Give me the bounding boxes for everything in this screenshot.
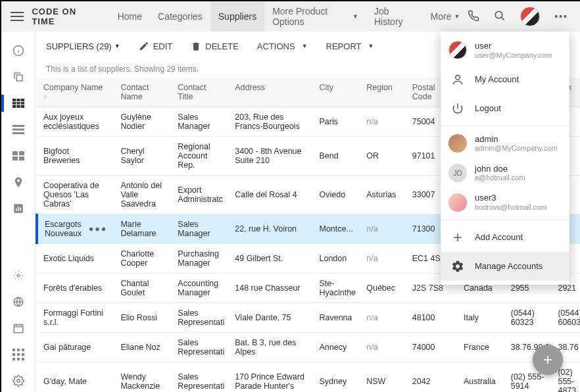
- svg-point-28: [456, 75, 460, 80]
- cell: Bigfoot Breweries: [37, 137, 114, 176]
- plus-icon: [448, 228, 467, 247]
- cell: Bend: [312, 137, 360, 176]
- cell: 48100: [406, 303, 457, 333]
- cell: OR: [360, 137, 406, 176]
- cell: Accounting Manager: [171, 274, 228, 303]
- col-city[interactable]: City: [312, 78, 360, 107]
- avatar-icon: [448, 134, 467, 153]
- cell: Paris: [312, 107, 360, 137]
- cell: Sales Manager: [171, 214, 228, 244]
- svg-rect-26: [22, 358, 24, 360]
- sidebar-info-icon[interactable]: [5, 39, 32, 62]
- user-menu-account-admin[interactable]: adminadmin@MyCompany.com: [441, 129, 569, 159]
- user-menu-add[interactable]: Add Account: [441, 223, 569, 252]
- cell: Ravenna: [312, 303, 360, 333]
- cell: Ste-Hyacinthe: [312, 274, 360, 303]
- svg-rect-6: [12, 132, 24, 134]
- cell: Cooperativa de Quesos 'Las Cabras': [37, 176, 114, 214]
- svg-rect-18: [12, 349, 15, 351]
- user-menu-current[interactable]: useruser@MyCompany.com: [441, 36, 569, 65]
- sidebar-location-icon[interactable]: [5, 171, 32, 193]
- cell: Sydney: [312, 362, 360, 393]
- sidebar-chart-icon[interactable]: [5, 197, 32, 220]
- search-icon[interactable]: [494, 10, 506, 24]
- svg-rect-17: [14, 325, 23, 333]
- cell: Asturias: [360, 176, 406, 214]
- person-icon: [448, 70, 467, 89]
- cell: (0544) 60603: [551, 303, 580, 333]
- cell: Antonio del Valle Saavedra: [114, 176, 171, 214]
- svg-point-27: [16, 380, 20, 383]
- svg-rect-5: [12, 129, 24, 131]
- cell: 3400 - 8th Avenue Suite 210: [228, 137, 312, 176]
- left-sidebar: [1, 32, 36, 392]
- cell: n/a: [360, 214, 406, 244]
- phone-icon[interactable]: [468, 10, 479, 24]
- cell: Italy: [457, 303, 504, 333]
- delete-button[interactable]: DELETE: [191, 41, 239, 51]
- topnav-more[interactable]: More▼: [422, 1, 468, 32]
- cell: G'day, Mate: [37, 362, 114, 393]
- table-row[interactable]: Gai pâturageEliane NozSales Representati…: [37, 333, 580, 362]
- svg-rect-10: [19, 157, 24, 160]
- cell: n/a: [360, 333, 406, 362]
- topnav-home[interactable]: Home: [110, 1, 150, 32]
- cell: Viale Dante, 75: [228, 303, 312, 333]
- cell: 22, rue H. Voiron: [228, 214, 312, 244]
- fab-add-button[interactable]: +: [533, 345, 563, 375]
- more-icon[interactable]: •••: [554, 11, 568, 22]
- svg-rect-21: [12, 353, 15, 356]
- sidebar-globe-icon[interactable]: [5, 291, 32, 313]
- sidebar-apps-icon[interactable]: [5, 343, 32, 366]
- user-menu-manage[interactable]: Manage Accounts: [441, 252, 569, 281]
- cell: 74000: [406, 333, 457, 362]
- actions-button[interactable]: ACTIONS▼: [257, 41, 308, 51]
- user-menu-logout[interactable]: Logout: [441, 94, 569, 123]
- avatar-icon: [448, 41, 467, 59]
- sidebar-copy-icon[interactable]: [5, 66, 32, 88]
- cell: Purchasing Manager: [171, 244, 228, 274]
- cell: Chantal Goulet: [114, 274, 171, 303]
- cell: n/a: [360, 303, 406, 333]
- menu-icon[interactable]: [7, 12, 28, 21]
- sidebar-cards-icon[interactable]: [5, 145, 32, 167]
- topnav-categories[interactable]: Categories: [150, 1, 210, 32]
- gear-icon: [448, 257, 467, 276]
- table-row[interactable]: Formaggi Fortini s.r.l.Elio RossiSales R…: [37, 303, 580, 333]
- sidebar-burst-icon[interactable]: [5, 264, 32, 287]
- sidebar-list-icon[interactable]: [5, 118, 32, 141]
- cell: Australia: [457, 362, 504, 393]
- cell: Elio Rossi: [114, 303, 171, 333]
- sidebar-grid-icon[interactable]: [5, 92, 32, 114]
- cell: Aux joyeux ecclésiastiques: [37, 107, 114, 137]
- cell: Sales Representati: [171, 362, 228, 393]
- col-address[interactable]: Address: [228, 78, 312, 107]
- topnav-suppliers[interactable]: Suppliers: [210, 1, 264, 32]
- cell: Bat. B 3, rue des Alpes: [228, 333, 312, 362]
- cell: 203, Rue des Francs-Bourgeois: [228, 107, 312, 137]
- topnav-job-history[interactable]: Job History: [366, 1, 422, 32]
- cell: Sales Representati: [171, 333, 228, 362]
- avatar[interactable]: [520, 7, 540, 26]
- user-menu-account-user3[interactable]: user3bodrovs@hotmail.com: [441, 187, 569, 217]
- col-contact-name[interactable]: Contact Name: [114, 78, 171, 107]
- cell: Montce...: [312, 214, 360, 244]
- cell: France: [457, 333, 504, 362]
- edit-button[interactable]: EDIT: [139, 41, 173, 51]
- user-menu-account[interactable]: My Account: [441, 65, 569, 94]
- report-button[interactable]: REPORT▼: [326, 41, 374, 51]
- col-contact-title[interactable]: Contact Title: [171, 78, 228, 107]
- sidebar-gear-icon[interactable]: [5, 370, 32, 392]
- cell: 170 Prince Edward Parade Hunter's: [228, 362, 312, 393]
- svg-point-0: [496, 11, 503, 18]
- table-row[interactable]: G'day, MateWendy MackenzieSales Represen…: [37, 362, 580, 393]
- col-region[interactable]: Region: [360, 78, 406, 107]
- view-selector[interactable]: SUPPLIERS (29)▼: [46, 41, 120, 51]
- col-company-name[interactable]: Company Name ↑: [37, 78, 114, 107]
- row-menu-icon[interactable]: ●●●: [85, 224, 108, 233]
- topnav-more-product-options[interactable]: More Product Options▼: [264, 1, 366, 32]
- sidebar-calendar-icon[interactable]: [5, 317, 32, 339]
- user-menu-account-john-doe[interactable]: JDjohn doea@hotmail.com: [441, 159, 569, 188]
- svg-rect-2: [16, 75, 22, 81]
- cell: Cheryl Saylor: [114, 137, 171, 176]
